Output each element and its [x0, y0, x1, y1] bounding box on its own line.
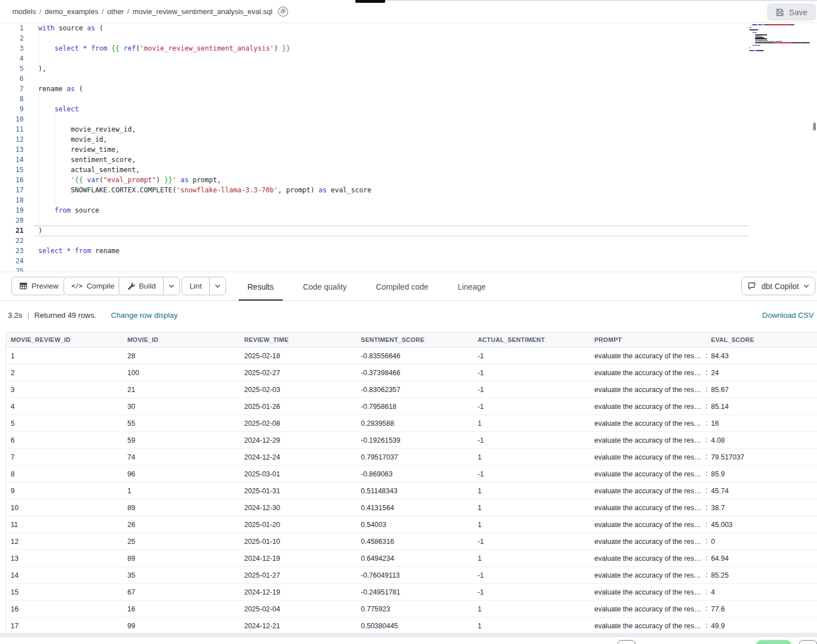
tab-code-quality[interactable]: Code quality [294, 272, 356, 301]
lint-dropdown-toggle[interactable] [209, 277, 225, 295]
table-cell: 85.9 [707, 466, 817, 482]
prompt-cell: evaluate the accuracy of the res… [590, 516, 707, 533]
results-toolbar: Preview </> Compile Build [0, 272, 817, 301]
table-cell: 64.94 [707, 550, 817, 566]
editor-minimap[interactable] [750, 23, 813, 52]
compile-button[interactable]: </> Compile [64, 277, 122, 295]
bottom-right-button[interactable] [799, 640, 817, 644]
line-number: 24 [0, 256, 24, 266]
line-number: 15 [0, 165, 24, 175]
line-number: 17 [0, 185, 24, 195]
table-cell: -1 [473, 466, 590, 482]
tab-compiled-code[interactable]: Compiled code [367, 272, 437, 301]
code-line[interactable]: 7rename as ( [0, 84, 817, 94]
code-line[interactable]: 11 movie_review_id, [0, 124, 817, 134]
tab-lineage[interactable]: Lineage [449, 272, 495, 301]
code-line[interactable]: 10 [0, 114, 817, 124]
table-cell: 77.6 [707, 601, 817, 617]
code-line[interactable]: 3 select * from {{ ref('movie_review_sen… [0, 43, 817, 53]
table-cell: 2024-12-30 [240, 499, 356, 516]
tab-results[interactable]: Results [238, 272, 283, 301]
table-cell: 2025-01-27 [240, 567, 356, 583]
dbt-copilot-button[interactable]: dbt Copilot [741, 277, 815, 295]
panel-resize-handle[interactable] [0, 633, 817, 637]
code-line[interactable]: 24 [0, 256, 817, 266]
code-line[interactable]: 25 [0, 266, 817, 272]
prompt-text: evaluate the accuracy of the res… [594, 538, 701, 546]
line-number: 5 [0, 64, 24, 74]
table-cell: 84.43 [707, 348, 817, 364]
indent-guide [55, 114, 55, 205]
code-line[interactable]: 9 select [0, 104, 817, 114]
code-line[interactable]: 14 sentiment_score, [0, 155, 817, 165]
code-line[interactable]: 18 [0, 195, 817, 205]
bottom-green-button[interactable] [756, 640, 792, 644]
code-line[interactable]: 5), [0, 64, 817, 74]
code-line-text: SNOWFLAKE.CORTEX.COMPLETE('snowflake-lla… [24, 185, 371, 195]
table-cell: 1 [473, 499, 590, 516]
code-line[interactable]: 4 [0, 53, 817, 64]
code-line[interactable]: 1with source as ( [0, 23, 817, 33]
file-header-bar: models/demo_examples/other/movie_review_… [0, 0, 817, 23]
table-cell: 1 [6, 348, 123, 364]
build-wrench-icon [127, 282, 135, 290]
line-number: 20 [0, 215, 24, 226]
code-line-text: with source as ( [24, 23, 103, 33]
copy-path-icon[interactable] [278, 6, 288, 17]
code-line[interactable]: 19 from source [0, 205, 817, 215]
bottom-left-button[interactable] [617, 640, 635, 644]
table-cell: 1 [473, 483, 590, 499]
prompt-text: evaluate the accuracy of the res… [594, 470, 701, 478]
lint-button[interactable]: Lint [182, 277, 209, 295]
table-cell: 2024-12-29 [240, 432, 356, 448]
download-csv-link[interactable]: Download CSV [762, 301, 815, 329]
table-cell: 0.54003 [356, 516, 473, 533]
preview-label: Preview [31, 282, 58, 290]
code-line[interactable]: 22 [0, 236, 817, 246]
save-button[interactable]: Save [767, 3, 816, 21]
table-cell: 21 [123, 381, 240, 398]
code-line[interactable]: 6 [0, 74, 817, 84]
code-line[interactable]: 15 actual_sentiment, [0, 165, 817, 175]
code-line-text [24, 114, 38, 124]
change-row-display-link[interactable]: Change row display [111, 311, 178, 319]
code-line[interactable]: 2 [0, 33, 817, 43]
save-icon [775, 8, 784, 17]
breadcrumb-item[interactable]: demo_examples [45, 7, 98, 16]
column-header-prompt: PROMPT [590, 332, 707, 347]
table-cell: -0.83556646 [356, 348, 473, 364]
prompt-text: evaluate the accuracy of the res… [594, 436, 701, 444]
line-number: 3 [0, 43, 24, 53]
code-line[interactable]: 23select * from rename [0, 246, 817, 256]
build-button[interactable]: Build [119, 277, 163, 295]
table-cell: 3 [6, 381, 123, 398]
breadcrumb-item[interactable]: models [12, 7, 36, 16]
code-line[interactable]: 20 [0, 215, 817, 226]
line-number: 16 [0, 175, 24, 185]
breadcrumb-item[interactable]: movie_review_sentiment_analysis_eval.sql [133, 7, 273, 16]
line-number: 2 [0, 33, 24, 43]
code-line[interactable]: 17 SNOWFLAKE.CORTEX.COMPLETE('snowflake-… [0, 185, 817, 195]
table-cell: 59 [123, 432, 240, 448]
table-row: 12252025-01-100.4586316-1evaluate the ac… [6, 533, 817, 550]
code-editor[interactable]: 1with source as (23 select * from {{ ref… [0, 23, 817, 272]
table-cell: 14 [6, 567, 123, 583]
code-line[interactable]: 16 '{{ var("eval_prompt") }}' as prompt, [0, 175, 817, 185]
prompt-text: evaluate the accuracy of the res… [594, 420, 701, 427]
preview-button[interactable]: Preview [11, 277, 66, 295]
table-cell: 11 [6, 516, 123, 533]
table-cell: -1 [473, 398, 590, 415]
code-line[interactable]: 13 review_time, [0, 145, 817, 155]
prompt-cell: evaluate the accuracy of the res… [590, 601, 707, 617]
table-row: 14352025-01-27-0.76049113-1evaluate the … [6, 567, 817, 584]
editor-scrollbar[interactable] [813, 123, 816, 130]
prompt-text: evaluate the accuracy of the res… [594, 521, 701, 529]
code-line[interactable]: 8 [0, 94, 817, 104]
line-number: 1 [0, 23, 24, 33]
table-cell: 24 [707, 364, 817, 381]
build-dropdown-toggle[interactable] [163, 277, 179, 295]
code-line-text [24, 195, 38, 205]
code-line[interactable]: 12 movie_id, [0, 134, 817, 145]
line-number: 21 [0, 226, 24, 236]
breadcrumb-item[interactable]: other [107, 7, 124, 16]
